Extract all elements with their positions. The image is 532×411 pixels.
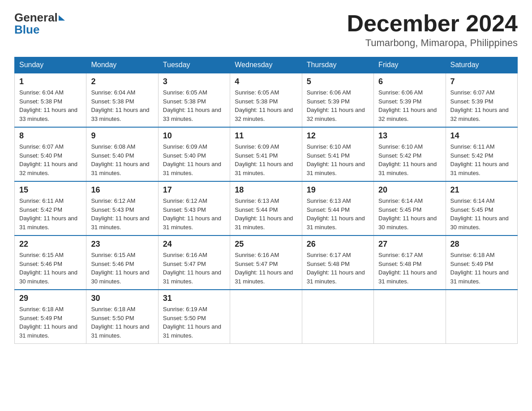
calendar-cell: 11 Sunrise: 6:09 AM Sunset: 5:41 PM Dayl… bbox=[230, 127, 302, 181]
day-info: Sunrise: 6:16 AM Sunset: 5:47 PM Dayligh… bbox=[163, 251, 225, 286]
day-info: Sunrise: 6:12 AM Sunset: 5:43 PM Dayligh… bbox=[163, 197, 225, 231]
calendar-cell: 6 Sunrise: 6:06 AM Sunset: 5:39 PM Dayli… bbox=[374, 73, 446, 127]
day-number: 9 bbox=[91, 131, 153, 141]
weekday-header-row: SundayMondayTuesdayWednesdayThursdayFrid… bbox=[15, 57, 518, 73]
calendar-cell: 8 Sunrise: 6:07 AM Sunset: 5:40 PM Dayli… bbox=[15, 127, 86, 181]
day-info: Sunrise: 6:04 AM Sunset: 5:38 PM Dayligh… bbox=[91, 88, 153, 123]
calendar-cell: 26 Sunrise: 6:17 AM Sunset: 5:48 PM Dayl… bbox=[302, 235, 373, 290]
calendar-cell: 23 Sunrise: 6:15 AM Sunset: 5:46 PM Dayl… bbox=[86, 235, 158, 290]
day-number: 16 bbox=[91, 185, 153, 195]
day-info: Sunrise: 6:10 AM Sunset: 5:41 PM Dayligh… bbox=[307, 142, 369, 177]
calendar-cell: 3 Sunrise: 6:05 AM Sunset: 5:38 PM Dayli… bbox=[158, 73, 230, 127]
weekday-header-friday: Friday bbox=[374, 57, 446, 73]
calendar-cell: 29 Sunrise: 6:18 AM Sunset: 5:49 PM Dayl… bbox=[15, 290, 86, 344]
day-number: 6 bbox=[378, 77, 441, 86]
calendar-cell: 4 Sunrise: 6:05 AM Sunset: 5:38 PM Dayli… bbox=[230, 73, 302, 127]
day-number: 8 bbox=[19, 131, 82, 141]
month-title: December 2024 bbox=[347, 11, 518, 36]
day-info: Sunrise: 6:15 AM Sunset: 5:46 PM Dayligh… bbox=[19, 251, 82, 286]
day-number: 13 bbox=[378, 131, 441, 141]
calendar-cell: 17 Sunrise: 6:12 AM Sunset: 5:43 PM Dayl… bbox=[158, 181, 230, 235]
weekday-header-thursday: Thursday bbox=[302, 57, 373, 73]
calendar-cell: 13 Sunrise: 6:10 AM Sunset: 5:42 PM Dayl… bbox=[374, 127, 446, 181]
weekday-header-tuesday: Tuesday bbox=[158, 57, 230, 73]
calendar-cell: 21 Sunrise: 6:14 AM Sunset: 5:45 PM Dayl… bbox=[446, 181, 517, 235]
calendar-cell: 1 Sunrise: 6:04 AM Sunset: 5:38 PM Dayli… bbox=[15, 73, 86, 127]
day-info: Sunrise: 6:18 AM Sunset: 5:50 PM Dayligh… bbox=[91, 305, 153, 340]
day-number: 26 bbox=[307, 240, 369, 249]
day-number: 29 bbox=[19, 294, 82, 303]
day-number: 25 bbox=[235, 240, 297, 249]
calendar-cell: 30 Sunrise: 6:18 AM Sunset: 5:50 PM Dayl… bbox=[86, 290, 158, 344]
calendar-cell bbox=[302, 290, 373, 344]
day-info: Sunrise: 6:19 AM Sunset: 5:50 PM Dayligh… bbox=[163, 305, 225, 340]
day-info: Sunrise: 6:11 AM Sunset: 5:42 PM Dayligh… bbox=[19, 197, 82, 231]
day-info: Sunrise: 6:05 AM Sunset: 5:38 PM Dayligh… bbox=[163, 88, 225, 123]
weekday-header-wednesday: Wednesday bbox=[230, 57, 302, 73]
page-header: General Blue December 2024 Tumarbong, Mi… bbox=[14, 11, 518, 49]
calendar-cell: 19 Sunrise: 6:13 AM Sunset: 5:44 PM Dayl… bbox=[302, 181, 373, 235]
weekday-header-saturday: Saturday bbox=[446, 57, 517, 73]
day-info: Sunrise: 6:13 AM Sunset: 5:44 PM Dayligh… bbox=[307, 197, 369, 231]
day-number: 5 bbox=[307, 77, 369, 86]
day-info: Sunrise: 6:14 AM Sunset: 5:45 PM Dayligh… bbox=[450, 197, 513, 231]
day-number: 23 bbox=[91, 240, 153, 249]
day-info: Sunrise: 6:14 AM Sunset: 5:45 PM Dayligh… bbox=[378, 197, 441, 231]
calendar-cell: 31 Sunrise: 6:19 AM Sunset: 5:50 PM Dayl… bbox=[158, 290, 230, 344]
day-info: Sunrise: 6:10 AM Sunset: 5:42 PM Dayligh… bbox=[378, 142, 441, 177]
day-number: 14 bbox=[450, 131, 513, 141]
calendar-cell: 25 Sunrise: 6:16 AM Sunset: 5:47 PM Dayl… bbox=[230, 235, 302, 290]
day-number: 15 bbox=[19, 185, 82, 195]
day-number: 7 bbox=[450, 77, 513, 86]
day-number: 19 bbox=[307, 185, 369, 195]
calendar-cell: 27 Sunrise: 6:17 AM Sunset: 5:48 PM Dayl… bbox=[374, 235, 446, 290]
logo: General Blue bbox=[14, 11, 65, 37]
day-info: Sunrise: 6:07 AM Sunset: 5:39 PM Dayligh… bbox=[450, 88, 513, 123]
day-info: Sunrise: 6:09 AM Sunset: 5:41 PM Dayligh… bbox=[235, 142, 297, 177]
calendar-cell bbox=[374, 290, 446, 344]
calendar-cell: 24 Sunrise: 6:16 AM Sunset: 5:47 PM Dayl… bbox=[158, 235, 230, 290]
day-number: 12 bbox=[307, 131, 369, 141]
day-info: Sunrise: 6:15 AM Sunset: 5:46 PM Dayligh… bbox=[91, 251, 153, 286]
day-info: Sunrise: 6:18 AM Sunset: 5:49 PM Dayligh… bbox=[450, 251, 513, 286]
day-info: Sunrise: 6:07 AM Sunset: 5:40 PM Dayligh… bbox=[19, 142, 82, 177]
day-info: Sunrise: 6:09 AM Sunset: 5:40 PM Dayligh… bbox=[163, 142, 225, 177]
title-block: December 2024 Tumarbong, Mimaropa, Phili… bbox=[347, 11, 518, 49]
day-number: 27 bbox=[378, 240, 441, 249]
day-number: 18 bbox=[235, 185, 297, 195]
calendar-cell: 18 Sunrise: 6:13 AM Sunset: 5:44 PM Dayl… bbox=[230, 181, 302, 235]
day-info: Sunrise: 6:06 AM Sunset: 5:39 PM Dayligh… bbox=[378, 88, 441, 123]
calendar-cell: 14 Sunrise: 6:11 AM Sunset: 5:42 PM Dayl… bbox=[446, 127, 517, 181]
day-number: 3 bbox=[163, 77, 225, 86]
day-info: Sunrise: 6:17 AM Sunset: 5:48 PM Dayligh… bbox=[378, 251, 441, 286]
calendar-week-row: 8 Sunrise: 6:07 AM Sunset: 5:40 PM Dayli… bbox=[15, 127, 518, 181]
logo-arrow-icon bbox=[59, 15, 65, 21]
calendar-week-row: 15 Sunrise: 6:11 AM Sunset: 5:42 PM Dayl… bbox=[15, 181, 518, 235]
day-number: 4 bbox=[235, 77, 297, 86]
day-number: 20 bbox=[378, 185, 441, 195]
day-info: Sunrise: 6:11 AM Sunset: 5:42 PM Dayligh… bbox=[450, 142, 513, 177]
weekday-header-monday: Monday bbox=[86, 57, 158, 73]
day-number: 2 bbox=[91, 77, 153, 86]
day-number: 11 bbox=[235, 131, 297, 141]
calendar-week-row: 29 Sunrise: 6:18 AM Sunset: 5:49 PM Dayl… bbox=[15, 290, 518, 344]
calendar-cell: 20 Sunrise: 6:14 AM Sunset: 5:45 PM Dayl… bbox=[374, 181, 446, 235]
day-info: Sunrise: 6:13 AM Sunset: 5:44 PM Dayligh… bbox=[235, 197, 297, 231]
day-number: 1 bbox=[19, 77, 82, 86]
day-number: 28 bbox=[450, 240, 513, 249]
calendar-cell: 22 Sunrise: 6:15 AM Sunset: 5:46 PM Dayl… bbox=[15, 235, 86, 290]
day-info: Sunrise: 6:06 AM Sunset: 5:39 PM Dayligh… bbox=[307, 88, 369, 123]
day-number: 17 bbox=[163, 185, 225, 195]
day-number: 22 bbox=[19, 240, 82, 249]
day-number: 10 bbox=[163, 131, 225, 141]
calendar-week-row: 1 Sunrise: 6:04 AM Sunset: 5:38 PM Dayli… bbox=[15, 73, 518, 127]
calendar-week-row: 22 Sunrise: 6:15 AM Sunset: 5:46 PM Dayl… bbox=[15, 235, 518, 290]
calendar-cell: 7 Sunrise: 6:07 AM Sunset: 5:39 PM Dayli… bbox=[446, 73, 517, 127]
logo-line2: Blue bbox=[14, 23, 39, 37]
day-number: 21 bbox=[450, 185, 513, 195]
day-info: Sunrise: 6:05 AM Sunset: 5:38 PM Dayligh… bbox=[235, 88, 297, 123]
calendar-cell bbox=[230, 290, 302, 344]
calendar-cell bbox=[446, 290, 517, 344]
calendar-cell: 9 Sunrise: 6:08 AM Sunset: 5:40 PM Dayli… bbox=[86, 127, 158, 181]
calendar-cell: 2 Sunrise: 6:04 AM Sunset: 5:38 PM Dayli… bbox=[86, 73, 158, 127]
